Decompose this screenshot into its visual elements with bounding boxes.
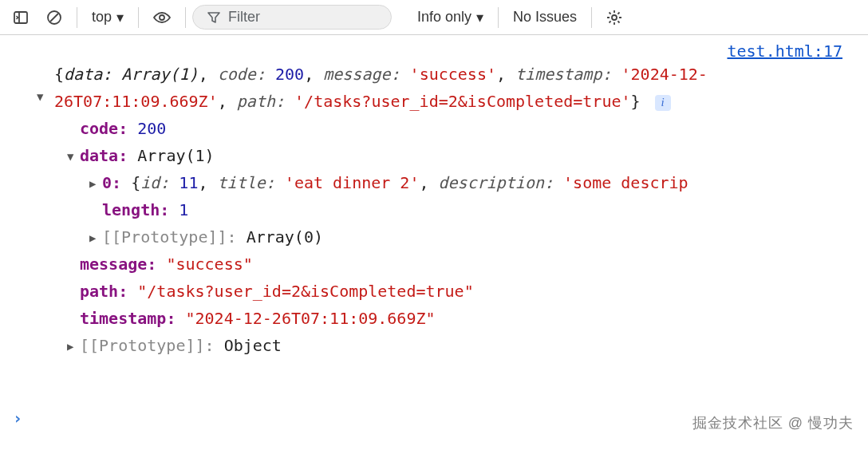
separator [591,7,592,28]
source-link[interactable]: test.html:17 [11,41,860,61]
prop-length[interactable]: length: 1 [54,196,860,223]
svg-rect-0 [14,12,27,23]
expand-arrow-icon[interactable]: ▶ [67,338,78,357]
separator [77,7,77,28]
prop-message[interactable]: message: "success" [54,251,860,278]
context-selector[interactable]: top ▾ [84,6,132,30]
svg-line-3 [50,14,58,22]
chevron-down-icon: ▾ [476,9,483,26]
live-expression-button[interactable] [145,8,179,27]
separator [185,7,186,28]
filter-placeholder: Filter [228,9,260,26]
separator [498,7,499,28]
console-toolbar: top ▾ Filter Info only ▾ No Issues [0,0,868,35]
expand-arrow-icon[interactable]: ▶ [89,229,101,248]
issues-button[interactable]: No Issues [505,6,585,29]
clear-console-button[interactable] [38,6,70,29]
info-icon[interactable]: i [655,95,671,111]
expand-arrow-icon[interactable]: ▼ [37,88,43,107]
context-label: top [92,9,112,26]
expand-arrow-icon[interactable]: ▼ [67,148,78,167]
chevron-down-icon: ▾ [116,9,124,26]
gear-icon [606,10,622,26]
filter-icon [207,12,220,23]
filter-input[interactable]: Filter [192,5,392,30]
settings-button[interactable] [598,6,630,29]
svg-point-4 [160,15,164,20]
svg-point-5 [612,15,617,20]
prop-data[interactable]: ▼data: Array(1) [54,142,860,169]
separator [138,7,139,28]
console-prompt[interactable]: › [13,409,22,428]
console-output: test.html:17 ▼ {data: Array(1), code: 20… [0,35,868,359]
prop-path[interactable]: path: "/tasks?user_id=2&isCompleted=true… [54,278,860,305]
prop-item-0[interactable]: ▶0: {id: 11, title: 'eat dinner 2', desc… [54,169,860,196]
object-summary[interactable]: ▼ {data: Array(1), code: 200, message: '… [54,61,860,115]
expand-arrow-icon[interactable]: ▶ [89,175,101,194]
prop-prototype-object[interactable]: ▶[[Prototype]]: Object [54,332,860,359]
toggle-sidebar-button[interactable] [5,6,37,29]
issues-label: No Issues [513,9,577,26]
prop-prototype-array[interactable]: ▶[[Prototype]]: Array(0) [54,223,860,251]
log-level-selector[interactable]: Info only ▾ [409,6,491,30]
prop-timestamp[interactable]: timestamp: "2024-12-26T07:11:09.669Z" [54,305,860,332]
log-level-label: Info only [417,9,471,26]
watermark: 掘金技术社区 @ 慢功夫 [692,413,854,432]
prop-code[interactable]: code: 200 [54,115,860,142]
